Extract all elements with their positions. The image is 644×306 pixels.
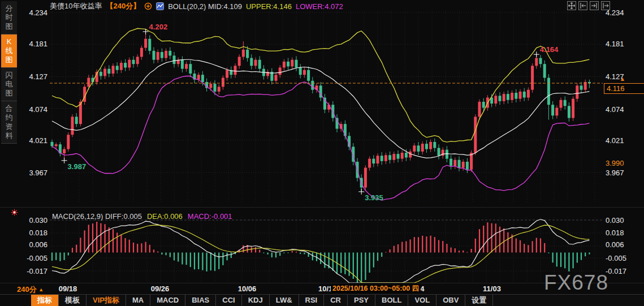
candle-body bbox=[197, 75, 200, 79]
toolbar-item-boll[interactable]: BOLL bbox=[375, 295, 408, 306]
toolbar-item-ma[interactable]: MA bbox=[126, 295, 150, 306]
candle-body bbox=[458, 160, 461, 168]
macd-histogram-bar bbox=[455, 248, 456, 252]
candle-body bbox=[462, 162, 465, 168]
macd-histogram-bar bbox=[161, 252, 162, 255]
candle-body bbox=[209, 84, 212, 88]
macd-histogram-bar bbox=[206, 252, 208, 271]
candle-body bbox=[283, 62, 286, 68]
period-tag[interactable]: 【240分】 bbox=[106, 1, 140, 11]
macd-histogram-bar bbox=[202, 252, 203, 270]
candle-body bbox=[258, 60, 261, 69]
macd-histogram-bar bbox=[92, 223, 93, 252]
candle-body bbox=[165, 51, 167, 58]
sidebar-tab-time-share[interactable]: 分时图 bbox=[1, 1, 17, 35]
toolbar-item-cci[interactable]: CCI bbox=[216, 295, 241, 306]
macd-header: MACD(26,12,9) DIFF:0.005 DEA:0.006 MACD:… bbox=[52, 212, 232, 221]
candle-body bbox=[250, 58, 253, 66]
extreme-value-label: 3.935 bbox=[365, 193, 383, 202]
toolbar-item-templates[interactable]: 模板 bbox=[59, 295, 87, 306]
price-axis-right-label: 3.967 bbox=[606, 169, 624, 177]
toolbar-item-rsi[interactable]: RSI bbox=[299, 295, 325, 306]
crosshair-icon[interactable] bbox=[567, 1, 576, 10]
macd-histogram-bar bbox=[405, 241, 407, 252]
macd-histogram-bar bbox=[349, 252, 350, 275]
sidebar-tab-kline[interactable]: K线图 bbox=[1, 35, 17, 68]
macd-histogram-bar bbox=[300, 252, 301, 253]
macd-histogram-bar bbox=[181, 252, 183, 264]
sidebar-tab-label-char: 资 bbox=[1, 122, 17, 131]
macd-histogram-bar bbox=[231, 252, 232, 258]
macd-histogram-bar bbox=[385, 252, 386, 253]
toolbar-item-cr[interactable]: CR bbox=[324, 295, 348, 306]
toolbar-item-vip-indicators[interactable]: VIP指标 bbox=[87, 295, 126, 306]
candle-body bbox=[287, 62, 289, 66]
macd-histogram-bar bbox=[503, 229, 504, 253]
candle-body bbox=[311, 81, 314, 90]
zoom-in-icon[interactable] bbox=[578, 1, 587, 10]
price-axis-right-label: 4.234 bbox=[606, 8, 624, 17]
macd-histogram-bar bbox=[560, 252, 561, 267]
sidebar-tab-label-char: 约 bbox=[1, 113, 17, 122]
macd-histogram-bar bbox=[507, 232, 508, 253]
toolbar-item-macd[interactable]: MACD bbox=[150, 295, 185, 306]
add-circle-icon[interactable] bbox=[144, 2, 152, 10]
sidebar-tab-flash[interactable]: 闪电图 bbox=[1, 68, 17, 101]
kline-chart-app: 4.2023.9874.1643.935 分时图K线图闪电图合约资料 美债10年… bbox=[0, 0, 644, 306]
toolbar-item-settings[interactable]: 设置 bbox=[465, 295, 493, 306]
price-axis-right-label: 4.181 bbox=[606, 40, 624, 48]
candle-body bbox=[560, 100, 563, 108]
candle-body bbox=[543, 64, 546, 77]
toolbar-item-vol[interactable]: VOL bbox=[408, 295, 436, 306]
toolbar-item-lwr[interactable]: LW& bbox=[270, 295, 299, 306]
macd-histogram-bar bbox=[451, 248, 452, 253]
macd-histogram-bar bbox=[520, 240, 521, 253]
macd-histogram-bar bbox=[275, 252, 276, 257]
period-selector[interactable]: 240分 ▲ bbox=[17, 285, 44, 295]
sidebar-tab-label-char: 时 bbox=[1, 13, 17, 22]
macd-axis-left-label: 0.018 bbox=[0, 229, 47, 237]
candle-body bbox=[511, 93, 513, 100]
macd-histogram-bar bbox=[463, 251, 464, 253]
macd-histogram-bar bbox=[271, 252, 273, 257]
macd-histogram-bar bbox=[483, 226, 484, 253]
chart-canvas[interactable]: 4.2023.9874.1643.935 bbox=[0, 0, 644, 306]
macd-histogram-bar bbox=[190, 252, 191, 267]
macd-histogram-bar bbox=[178, 252, 179, 261]
toolbar-item-bias[interactable]: BIAS bbox=[185, 295, 216, 306]
candle-body bbox=[116, 66, 119, 70]
macd-histogram-bar bbox=[222, 252, 223, 265]
toolbar-item-kdj[interactable]: KDJ bbox=[242, 295, 270, 306]
extreme-value-label: 4.164 bbox=[540, 45, 559, 54]
candle-body bbox=[161, 52, 163, 58]
candle-body bbox=[51, 142, 54, 146]
macd-histogram-bar bbox=[133, 243, 134, 252]
macd-histogram-bar bbox=[544, 243, 545, 253]
macd-histogram-bar bbox=[113, 229, 114, 252]
price-up-arrow-icon: ▲ bbox=[620, 76, 625, 82]
candle-body bbox=[564, 100, 567, 106]
macd-histogram-bar bbox=[556, 252, 557, 266]
toolbar-item-indicators[interactable]: 指标 bbox=[31, 295, 59, 306]
macd-histogram-bar bbox=[499, 227, 500, 253]
toolbar-item-obv[interactable]: OBV bbox=[436, 295, 465, 306]
macd-histogram-bar bbox=[434, 237, 435, 252]
macd-histogram-bar bbox=[532, 241, 533, 252]
macd-histogram-bar bbox=[430, 236, 431, 253]
zoom-out-icon[interactable] bbox=[590, 1, 599, 10]
macd-histogram-bar bbox=[55, 252, 57, 260]
candle-body bbox=[388, 155, 391, 160]
macd-histogram-bar bbox=[528, 245, 529, 252]
candle-body bbox=[120, 63, 123, 70]
macd-histogram-bar bbox=[76, 245, 77, 253]
macd-histogram-bar bbox=[442, 241, 443, 252]
candle-body bbox=[551, 105, 554, 115]
macd-histogram-bar bbox=[552, 252, 554, 262]
sidebar-tab-contract-info[interactable]: 合约资料 bbox=[1, 101, 17, 144]
crosshair-datetime-box: 2025/10/16 03:00~05:00 四 bbox=[331, 284, 421, 293]
boll-lower-label: LOWER:4.072 bbox=[296, 2, 343, 11]
candle-body bbox=[112, 66, 115, 74]
toolbar-item-psy[interactable]: PSY bbox=[348, 295, 375, 306]
boll-upper-label: UPPER:4.146 bbox=[246, 2, 292, 11]
macd-histogram-bar bbox=[64, 252, 65, 260]
